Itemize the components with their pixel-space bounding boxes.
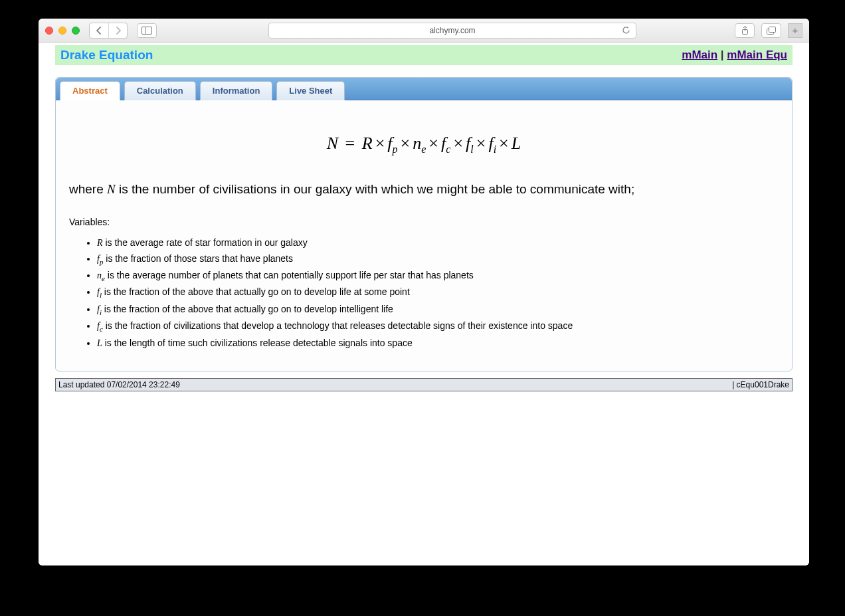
mmain-link[interactable]: mMain bbox=[682, 49, 717, 61]
main-panel: Abstract Calculation Information Live Sh… bbox=[55, 77, 793, 371]
viewport[interactable]: Drake Equation mMain | mMain Equ Abstrac… bbox=[39, 43, 809, 565]
list-item: L is the length of time such civilizatio… bbox=[97, 336, 779, 351]
nav-buttons bbox=[89, 23, 128, 39]
footer-bar: Last updated 07/02/2014 23:22:49 | cEqu0… bbox=[55, 378, 793, 391]
svg-rect-5 bbox=[769, 27, 775, 32]
drake-equation: N = R×fp×ne×fc×fl×fi×L bbox=[69, 134, 779, 155]
footer-id: | cEqu001Drake bbox=[732, 380, 789, 389]
titlebar: alchymy.com + bbox=[39, 19, 809, 43]
tab-row: Abstract Calculation Information Live Sh… bbox=[56, 78, 792, 100]
reload-icon[interactable] bbox=[622, 26, 630, 35]
minimize-window-button[interactable] bbox=[58, 27, 66, 35]
page-content: Drake Equation mMain | mMain Equ Abstrac… bbox=[39, 45, 809, 391]
share-button[interactable] bbox=[735, 23, 755, 38]
page-header: Drake Equation mMain | mMain Equ bbox=[55, 45, 793, 65]
list-item: ne is the average number of planets that… bbox=[97, 268, 779, 284]
panel-body: N = R×fp×ne×fc×fl×fi×L where N is the nu… bbox=[56, 100, 792, 371]
maximize-window-button[interactable] bbox=[72, 27, 80, 35]
svg-rect-0 bbox=[142, 27, 152, 34]
tab-information[interactable]: Information bbox=[200, 81, 273, 100]
page-title: Drake Equation bbox=[60, 48, 153, 62]
header-links: mMain | mMain Equ bbox=[682, 49, 787, 62]
list-item: fc is the fraction of civilizations that… bbox=[97, 318, 779, 335]
toolbar-right: + bbox=[735, 23, 802, 38]
close-window-button[interactable] bbox=[45, 27, 53, 35]
mmain-equ-link[interactable]: mMain Equ bbox=[727, 49, 787, 61]
forward-button[interactable] bbox=[108, 23, 127, 38]
link-separator: | bbox=[717, 49, 727, 61]
traffic-lights bbox=[45, 27, 80, 35]
new-tab-button[interactable]: + bbox=[788, 23, 802, 38]
back-button[interactable] bbox=[90, 23, 108, 38]
list-item: fi is the fraction of the above that act… bbox=[97, 302, 779, 318]
list-item: R is the average rate of star formation … bbox=[97, 235, 779, 251]
tabs-button[interactable] bbox=[761, 23, 781, 38]
list-item: fp is the fraction of those stars that h… bbox=[97, 251, 779, 268]
last-updated: Last updated 07/02/2014 23:22:49 bbox=[58, 380, 180, 389]
list-item: fl is the fraction of the above that act… bbox=[97, 284, 779, 301]
tab-calculation[interactable]: Calculation bbox=[124, 81, 196, 100]
where-line: where N is the number of civilisations i… bbox=[69, 182, 779, 197]
variable-list: R is the average rate of star formation … bbox=[69, 235, 779, 351]
variables-label: Variables: bbox=[69, 217, 779, 227]
browser-window: alchymy.com + Drake Equation mMain | mMa… bbox=[39, 19, 809, 565]
address-bar[interactable]: alchymy.com bbox=[268, 23, 636, 39]
tab-abstract[interactable]: Abstract bbox=[60, 81, 120, 100]
url-text: alchymy.com bbox=[429, 26, 475, 35]
tab-livesheet[interactable]: Live Sheet bbox=[276, 81, 345, 100]
sidebar-toggle-button[interactable] bbox=[137, 23, 157, 38]
